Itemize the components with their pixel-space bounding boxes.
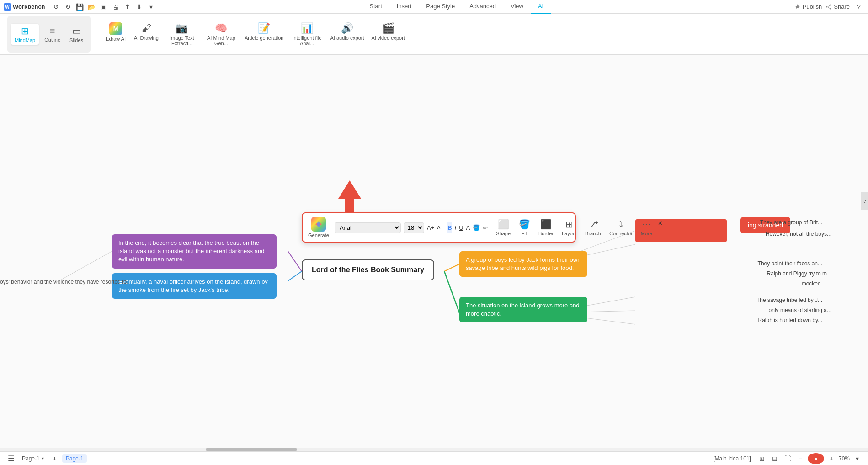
open-button[interactable]: 📂 [86,1,97,12]
undo-button[interactable]: ↺ [51,1,62,12]
share-icon [825,4,832,10]
right-text-6: The savage tribe led by J... [756,297,822,303]
fit-page-button[interactable]: ⊞ [756,453,767,464]
tab-page-style[interactable]: Page Style [419,0,462,14]
svg-line-6 [828,7,830,8]
tab-insert[interactable]: Insert [389,0,419,14]
zoom-indicator: ● [808,453,824,464]
edraw-ai-tool[interactable]: M Edraw AI [102,21,129,48]
export-button[interactable]: ⬆ [122,1,133,12]
zoom-out-button[interactable]: − [795,453,806,464]
font-color-button[interactable]: A [466,222,470,233]
import-button[interactable]: ⬇ [134,1,145,12]
more-button[interactable]: ⋯ More [638,219,655,236]
save-button[interactable]: 💾 [75,1,85,12]
share-label: Share [834,3,850,10]
view-mindmap[interactable]: ⊞ MindMap [11,24,39,45]
horizontal-scrollbar[interactable] [0,448,868,451]
publish-label: Publish [803,3,822,10]
video-export-icon: 🎬 [382,22,394,34]
svg-line-5 [828,5,830,7]
border-icon: ⬛ [540,219,552,230]
file-anal-tool[interactable]: 📊 Intelligent file Anal... [288,21,325,48]
connector-icon: ⤵ [618,219,623,230]
view-outline[interactable]: ≡ Outline [41,24,64,45]
more-options-button[interactable]: ▾ [146,1,157,12]
layout-button[interactable]: ⊞ Layout [559,219,580,236]
page-tab-label: Page-1 [66,455,84,462]
tab-ai[interactable]: AI [531,0,551,14]
fullscreen-button[interactable]: ⛶ [782,453,793,464]
expand-icon: ◁ [863,199,866,204]
orange-branch-node[interactable]: A group of boys led by Jack forms their … [459,251,587,277]
generate-button[interactable]: Generate [308,217,329,238]
article-gen-tool[interactable]: 📝 Article generation [242,21,287,48]
publish-button[interactable]: Publish [794,3,822,10]
connector-button[interactable]: ⤵ Connector [607,219,635,236]
more-label: More [641,231,652,236]
svg-point-4 [830,8,831,9]
tab-advanced[interactable]: Advanced [462,0,503,14]
generate-label: Generate [308,232,329,238]
paint-button[interactable]: 🪣 [473,222,480,233]
close-toolbar-button[interactable]: ✕ [658,217,663,229]
audio-export-icon: 🔊 [341,22,353,34]
branch-button[interactable]: ⎇ Branch [582,219,604,236]
shape-label: Shape [496,231,511,236]
blue-branch-node[interactable]: Eventually, a naval officer arrives on t… [112,273,277,299]
ai-mindmap-tool[interactable]: 🧠 AI Mind Map Gen... [202,21,240,48]
article-gen-icon: 📝 [258,22,270,34]
outline-icon: ≡ [50,26,55,36]
eraser-button[interactable]: ✏ [483,222,488,233]
print-button[interactable]: 🖨 [110,1,121,12]
green-branch-node[interactable]: The situation on the island grows more a… [459,297,587,322]
add-page-button[interactable]: + [49,453,60,464]
font-shrink-button[interactable]: A- [437,222,442,233]
zoom-dropdown[interactable]: ▾ [852,453,863,464]
view-group: ⊞ MindMap ≡ Outline ▭ Slides [7,16,91,53]
audio-export-tool[interactable]: 🔊 AI audio export [327,21,367,48]
outline-label: Outline [44,37,60,42]
bold-button[interactable]: B [447,222,452,233]
expand-sidebar-button[interactable]: ◁ [861,192,868,210]
scrollbar-thumb[interactable] [206,448,297,451]
publish-icon [794,4,801,10]
help-button[interactable]: ? [853,1,864,12]
font-grow-button[interactable]: A+ [427,222,434,233]
central-node[interactable]: Lord of the Flies Book Summary [302,259,434,280]
tab-view[interactable]: View [503,0,531,14]
redo-button[interactable]: ↻ [63,1,74,12]
italic-button[interactable]: I [455,222,457,233]
page-list-button[interactable]: ☰ [5,453,16,464]
video-export-label: AI video export [371,35,405,41]
canvas[interactable]: ing stranded Lord of the Flies Book Summ… [0,55,868,451]
image-text-tool[interactable]: 📷 Image Text Extracti... [163,21,201,48]
view-slides[interactable]: ▭ Slides [66,24,87,45]
border-button[interactable]: ⬛ Border [536,219,556,236]
fit-width-button[interactable]: ⊟ [769,453,780,464]
tab-start[interactable]: Start [362,0,389,14]
page-tab-1[interactable]: Page-1 [62,454,87,463]
shape-button[interactable]: ⬜ Shape [493,219,513,236]
status-text: [Main Idea 101] [713,455,751,462]
page-selector[interactable]: Page-1 ▾ [18,454,48,463]
connector-label: Connector [609,231,633,236]
font-selector[interactable]: Arial Times New Roman Helvetica [335,222,401,233]
share-button[interactable]: Share [825,3,850,10]
brand-logo[interactable]: W Workbench [4,3,45,11]
right-text-7: only means of starting a... [769,307,831,313]
zoom-level: 70% [839,455,850,462]
fill-button[interactable]: 🪣 Fill [516,219,533,236]
purple-branch-text: In the end, it becomes clear that the tr… [118,239,264,263]
template-button[interactable]: ▣ [98,1,109,12]
ai-drawing-tool[interactable]: 🖌 AI Drawing [131,21,161,48]
zoom-in-button[interactable]: + [826,453,837,464]
layout-label: Layout [562,231,577,236]
page-controls: ☰ Page-1 ▾ + Page-1 [5,453,87,464]
video-export-tool[interactable]: 🎬 AI video export [368,21,407,48]
underline-button[interactable]: U [459,222,463,233]
purple-branch-node[interactable]: In the end, it becomes clear that the tr… [112,234,277,269]
brand-icon: W [4,3,11,11]
left-partial-text: oys' behavior and the violence they have… [0,279,128,285]
font-size-selector[interactable]: 18 12 14 16 20 24 [404,222,424,233]
